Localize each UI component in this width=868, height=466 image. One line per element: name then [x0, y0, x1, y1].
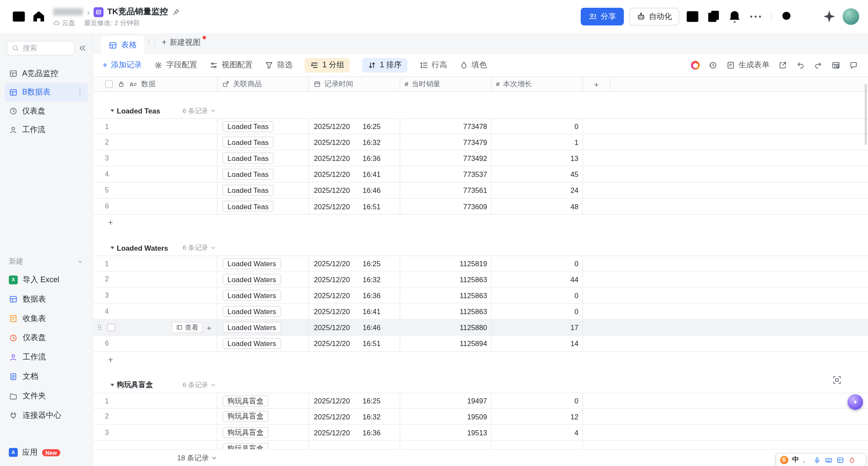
sales-cell[interactable]: 1125863 — [400, 288, 492, 303]
table-row[interactable]: 6 查看 + Loaded Waters 2025/12/20 16:51 11… — [93, 336, 868, 352]
time-cell[interactable]: 2025/12/20 16:51 — [309, 198, 400, 214]
group-count[interactable]: 6 条记录 — [183, 380, 216, 390]
new-item-collect-form[interactable]: 收集表 — [4, 309, 88, 328]
linked-record-chip[interactable]: Loaded Teas — [222, 153, 273, 164]
product-cell[interactable]: Loaded Teas — [218, 183, 309, 198]
ime-apps-icon[interactable] — [836, 456, 844, 464]
new-item-folder[interactable]: 文件夹 — [4, 386, 88, 406]
sales-cell[interactable]: 773537 — [400, 167, 492, 182]
microphone-icon[interactable] — [813, 456, 821, 464]
product-cell[interactable]: Loaded Waters — [218, 271, 309, 287]
sidebar-search-input[interactable]: 搜索 — [6, 41, 75, 55]
open-record-button[interactable]: 查看 — [172, 322, 203, 333]
sales-cell[interactable]: 773478 — [400, 119, 492, 134]
sales-cell[interactable]: 773492 — [400, 151, 492, 166]
time-cell[interactable]: 2025/12/20 16:25 — [309, 256, 400, 271]
ai-assistant-icon[interactable] — [821, 9, 837, 25]
table-row[interactable]: 2 查看 + 狗玩具盲盒 2025/12/20 16:32 19509 12 — [93, 409, 868, 425]
linked-record-chip[interactable]: Loaded Waters — [222, 258, 281, 269]
share-view-icon[interactable] — [778, 61, 787, 70]
column-header-time[interactable]: 记录时间 — [309, 77, 400, 91]
product-cell[interactable]: Loaded Waters — [218, 320, 309, 335]
group-config-chip[interactable]: 1 分组 — [304, 58, 350, 72]
growth-cell[interactable]: 13 — [491, 151, 583, 166]
home-icon[interactable] — [31, 9, 47, 25]
share-doc-icon[interactable] — [706, 9, 721, 25]
sales-cell[interactable]: 773561 — [400, 183, 492, 198]
sidebar-item-competitor-monitor[interactable]: A竞品监控 — [4, 64, 88, 83]
row-index-cell[interactable]: 2 查看 + — [93, 409, 217, 424]
redo-icon[interactable] — [814, 61, 823, 70]
table-row[interactable]: 2 查看 + Loaded Waters 2025/12/20 16:32 11… — [93, 271, 868, 287]
table-row[interactable]: 1 查看 + 狗玩具盲盒 2025/12/20 16:25 19497 0 — [93, 393, 868, 409]
row-index-cell[interactable]: 1 查看 + — [93, 256, 217, 271]
time-cell[interactable]: 2025/12/20 16:41 — [309, 304, 400, 319]
growth-cell[interactable]: 12 — [491, 409, 583, 424]
row-index-cell[interactable]: 5 查看 + — [93, 320, 217, 335]
new-item-import-excel[interactable]: X 导入 Excel — [4, 270, 88, 290]
history-icon[interactable] — [709, 61, 718, 70]
growth-cell[interactable]: 0 — [491, 288, 583, 303]
row-index-cell[interactable]: 5 查看 + — [93, 183, 217, 198]
table-row[interactable]: 3 查看 + Loaded Teas 2025/12/20 16:36 7734… — [93, 151, 868, 167]
sales-cell[interactable]: 19509 — [400, 409, 492, 424]
comment-icon[interactable] — [849, 61, 858, 70]
sales-cell[interactable]: 1125894 — [400, 336, 492, 351]
row-index-cell[interactable]: 1 查看 + — [93, 393, 217, 408]
time-cell[interactable]: 2025/12/20 16:32 — [309, 409, 400, 424]
sidebar-item-workflow[interactable]: 工作流 — [4, 120, 88, 139]
assistant-float-button[interactable]: ✦ — [848, 394, 863, 410]
growth-cell[interactable]: 0 — [491, 119, 583, 134]
sidebar-collapse-icon[interactable] — [78, 44, 87, 53]
view-config-button[interactable]: 视图配置 — [209, 60, 253, 70]
sales-cell[interactable]: 1125863 — [400, 271, 492, 287]
growth-cell[interactable]: 0 — [491, 304, 583, 319]
new-section-header[interactable]: 新建 — [0, 257, 92, 267]
product-cell[interactable]: Loaded Teas — [218, 119, 309, 134]
share-button[interactable]: 分享 — [581, 8, 624, 25]
row-index-cell[interactable]: 3 查看 + — [93, 425, 217, 440]
linked-record-chip[interactable]: 狗玩具盲盒 — [222, 395, 268, 406]
sales-cell[interactable]: 19513 — [400, 425, 492, 440]
product-cell[interactable]: Loaded Waters — [218, 336, 309, 351]
table-row[interactable]: 2 查看 + Loaded Teas 2025/12/20 16:32 7734… — [93, 135, 868, 151]
group-header[interactable]: Loaded Teas 6 条记录 — [93, 103, 868, 118]
page-title[interactable]: TK竞品销量监控 — [107, 6, 168, 17]
growth-cell[interactable]: 44 — [491, 271, 583, 287]
ime-language-toggle[interactable]: 中 — [792, 455, 798, 465]
growth-cell[interactable]: 0 — [491, 256, 583, 271]
linked-record-chip[interactable]: Loaded Waters — [222, 306, 281, 317]
growth-cell[interactable]: 48 — [491, 198, 583, 214]
growth-cell[interactable]: 24 — [491, 183, 583, 198]
group-count[interactable]: 6 条记录 — [183, 106, 216, 115]
item-more-icon[interactable]: ⋮ — [76, 88, 84, 96]
linked-record-chip[interactable]: Loaded Waters — [222, 290, 281, 301]
new-item-workflow[interactable]: 工作流 — [4, 347, 88, 367]
linked-record-chip[interactable]: Loaded Teas — [222, 201, 273, 212]
product-cell[interactable]: Loaded Teas — [218, 167, 309, 182]
more-icon[interactable] — [748, 9, 763, 25]
row-index-cell[interactable]: 4 查看 + — [93, 167, 217, 182]
sales-cell[interactable]: 19497 — [400, 393, 492, 408]
row-index-cell[interactable]: 6 查看 + — [93, 336, 217, 351]
breadcrumb-parent-blurred[interactable] — [53, 8, 83, 16]
sidebar-item-apps[interactable]: A 应用 New — [4, 443, 88, 462]
column-header-product[interactable]: 关联商品 — [218, 77, 309, 91]
group-collapse-icon[interactable] — [108, 245, 117, 251]
avatar[interactable] — [843, 8, 859, 25]
sidebar-toggle-icon[interactable] — [11, 9, 27, 25]
product-cell[interactable]: Loaded Waters — [218, 256, 309, 271]
column-header-data[interactable]: A= 数据 — [93, 77, 217, 91]
add-record-button[interactable]: + 添加记录 — [102, 60, 142, 70]
keyboard-icon[interactable] — [825, 456, 833, 464]
sales-cell[interactable]: 1125880 — [400, 320, 492, 335]
sogou-logo-icon[interactable]: S — [780, 456, 788, 464]
sort-config-chip[interactable]: 1 排序 — [362, 58, 407, 72]
product-cell[interactable]: Loaded Teas — [218, 151, 309, 166]
catalog-panel-icon[interactable] — [685, 9, 700, 25]
time-cell[interactable]: 2025/12/20 16:51 — [309, 336, 400, 351]
search-icon[interactable] — [779, 9, 795, 25]
select-all-checkbox[interactable] — [105, 80, 113, 88]
row-index-cell[interactable]: 6 查看 + — [93, 198, 217, 214]
sidebar-item-dashboard[interactable]: 仪表盘 — [4, 102, 88, 121]
